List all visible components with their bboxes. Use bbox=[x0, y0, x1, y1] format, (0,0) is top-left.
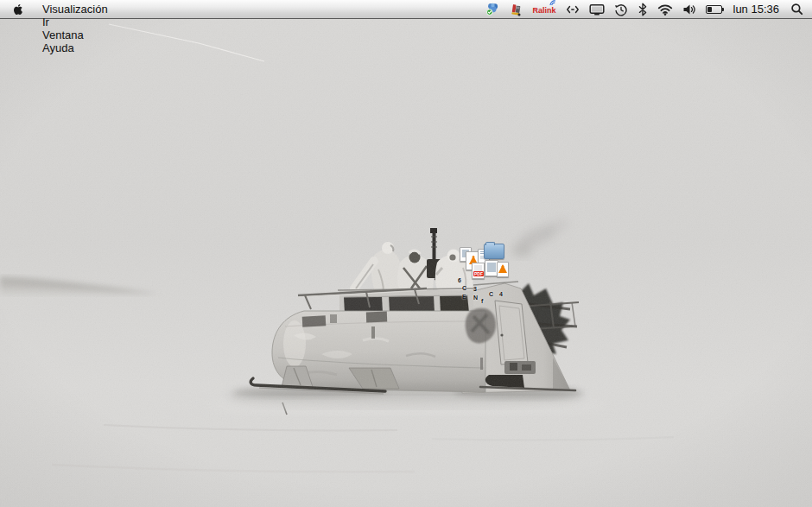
desktop-icon-vlc-file[interactable] bbox=[497, 262, 509, 277]
ralink-signal-waves-icon bbox=[548, 0, 558, 6]
menu-bar: FinderArchivoEdiciónVisualizaciónIrVenta… bbox=[0, 0, 812, 19]
volume-icon[interactable] bbox=[682, 0, 696, 18]
sync-app-icon[interactable] bbox=[485, 0, 500, 18]
battery-nub bbox=[722, 8, 724, 11]
spotlight-icon[interactable] bbox=[790, 0, 803, 18]
battery-body bbox=[706, 5, 722, 14]
menu-clock[interactable]: lun 15:36 bbox=[732, 0, 782, 18]
desktop-icon-label-fragment: 4 bbox=[499, 291, 503, 297]
menu-items: FinderArchivoEdiciónVisualizaciónIrVenta… bbox=[34, 0, 117, 54]
desktop-icon-label-fragment: 3 bbox=[473, 286, 477, 292]
desktop-icon-label-fragment: C bbox=[462, 285, 466, 291]
ralink-wireless-indicator[interactable]: Ralink bbox=[532, 0, 555, 18]
desktop-icon-label-fragment: 6 bbox=[458, 277, 461, 283]
menu-bar-status: Ralink bbox=[485, 0, 812, 18]
apple-logo-icon bbox=[12, 3, 23, 16]
desktop-icon-label-fragment: E bbox=[462, 294, 466, 300]
wallpaper-photo bbox=[0, 19, 812, 507]
display-icon[interactable] bbox=[589, 0, 605, 18]
photo-grain bbox=[0, 19, 812, 507]
wifi-icon[interactable] bbox=[657, 0, 673, 18]
menu-ir[interactable]: Ir bbox=[34, 16, 117, 29]
angle-brackets-icon[interactable] bbox=[566, 0, 580, 18]
screen: { "menu_bar": { "apple_logo": "apple-log… bbox=[0, 0, 812, 507]
desktop-icon-folder[interactable] bbox=[484, 244, 504, 259]
battery-fill bbox=[707, 7, 713, 12]
desktop-icon-label-fragment: f bbox=[481, 298, 483, 304]
time-machine-icon[interactable] bbox=[614, 0, 628, 18]
bluetooth-icon[interactable] bbox=[638, 0, 648, 18]
utility-app-icon[interactable] bbox=[510, 0, 523, 18]
menu-visualizacion[interactable]: Visualización bbox=[34, 3, 117, 16]
desktop-icon-label-fragment: C bbox=[489, 291, 493, 297]
desktop-icon-cluster: PDF6C3ENfC4 bbox=[455, 239, 512, 308]
menu-bar-left: FinderArchivoEdiciónVisualizaciónIrVenta… bbox=[0, 0, 117, 18]
desktop-icon-pdf-file[interactable]: PDF bbox=[472, 263, 485, 279]
ralink-label: Ralink bbox=[532, 6, 555, 15]
menu-ventana[interactable]: Ventana bbox=[34, 29, 117, 41]
battery-icon[interactable] bbox=[706, 0, 722, 18]
desktop[interactable]: PDF6C3ENfC4 bbox=[0, 19, 812, 507]
desktop-icon-label-fragment: N bbox=[473, 295, 478, 301]
apple-menu[interactable] bbox=[0, 0, 34, 18]
menu-ayuda[interactable]: Ayuda bbox=[34, 41, 117, 54]
